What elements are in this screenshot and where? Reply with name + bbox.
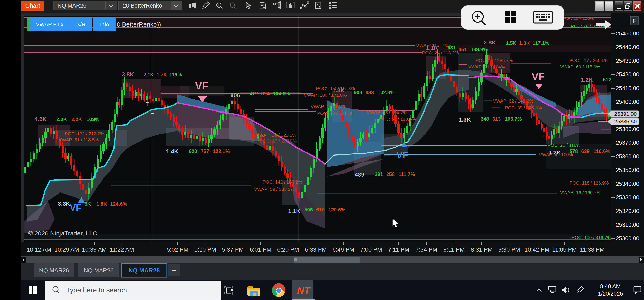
svg-text:5:02 PM: 5:02 PM: [167, 246, 188, 253]
svg-text:3.3K: 3.3K: [58, 200, 70, 207]
svg-text:25391.00: 25391.00: [614, 111, 637, 117]
svg-text:POC: 40 / 124.1%: POC: 40 / 124.1%: [317, 111, 354, 116]
svg-text:VWAP: 32 / 141.2%: VWAP: 32 / 141.2%: [493, 98, 534, 104]
svg-text:451: 451: [458, 47, 467, 52]
svg-text:3.8K: 3.8K: [122, 71, 134, 78]
svg-text:POC: 21 / 110%: POC: 21 / 110%: [548, 143, 580, 148]
svg-text:1.3K: 1.3K: [458, 116, 471, 123]
svg-text:NT: NT: [297, 285, 311, 296]
svg-text:104.6%: 104.6%: [273, 91, 290, 96]
svg-text:110.6%: 110.6%: [594, 148, 610, 154]
svg-text:806: 806: [230, 92, 240, 99]
svg-text:POC: 57 / 286.7%: POC: 57 / 286.7%: [476, 58, 512, 63]
svg-text:S/R: S/R: [76, 21, 85, 28]
svg-text:933: 933: [366, 90, 374, 95]
svg-text:10:39 AM: 10:39 AM: [82, 246, 106, 253]
svg-text:POC: 39 / 145.3%: POC: 39 / 145.3%: [505, 105, 542, 110]
svg-text:1.8K: 1.8K: [96, 201, 107, 207]
svg-text:VWAP: 106 / 171.8%: VWAP: 106 / 171.8%: [304, 93, 347, 98]
svg-text:620: 620: [189, 148, 197, 154]
svg-text:POC: 100 / 316.7%: POC: 100 / 316.7%: [572, 235, 611, 240]
svg-text:25360.00: 25360.00: [616, 153, 640, 160]
svg-text:103%: 103%: [86, 117, 99, 122]
svg-text:6:33 PM: 6:33 PM: [305, 246, 327, 253]
svg-text:122.1%: 122.1%: [213, 148, 230, 154]
svg-text:POC: 142 / 180.2%: POC: 142 / 180.2%: [263, 179, 302, 185]
svg-text:VWAP: 48 / 166.7%: VWAP: 48 / 166.7%: [367, 110, 407, 115]
svg-text:1/20/2026: 1/20/2026: [598, 290, 623, 297]
svg-text:1.4K: 1.4K: [166, 148, 178, 155]
svg-text:NQ MAR26: NQ MAR26: [58, 3, 86, 9]
svg-text:© 2026 NinjaTrader, LLC: © 2026 NinjaTrader, LLC: [28, 230, 97, 237]
svg-text:POC: 117 / 265.6%: POC: 117 / 265.6%: [569, 58, 608, 63]
svg-text:613: 613: [492, 116, 501, 122]
svg-text:11:22 AM: 11:22 AM: [110, 246, 134, 253]
svg-text:7:00 PM: 7:00 PM: [360, 246, 382, 253]
svg-text:2.2K: 2.2K: [71, 117, 82, 122]
svg-text:11:38 PM: 11:38 PM: [580, 246, 604, 253]
svg-text:10:12 AM: 10:12 AM: [27, 246, 51, 253]
svg-text:120.6%: 120.6%: [328, 207, 345, 212]
svg-text:VWAP Flux: VWAP Flux: [36, 21, 63, 28]
svg-text:2.8K: 2.8K: [484, 39, 496, 46]
svg-text:25300.00: 25300.00: [616, 235, 640, 241]
svg-text:231: 231: [375, 171, 383, 177]
svg-text:25380.00: 25380.00: [616, 126, 640, 132]
svg-text:139.9%: 139.9%: [471, 47, 488, 52]
svg-text:1.3K: 1.3K: [519, 40, 530, 46]
svg-text:25440.00: 25440.00: [616, 44, 640, 50]
svg-text:4.5K: 4.5K: [34, 116, 47, 122]
svg-text:489: 489: [355, 171, 364, 178]
svg-text:VWAP: 14 / 140%: VWAP: 14 / 140%: [311, 104, 347, 109]
svg-text:25410.00: 25410.00: [616, 85, 640, 91]
svg-text:1.1K: 1.1K: [288, 208, 300, 214]
svg-text:5K: 5K: [84, 201, 91, 207]
svg-text:25450.00: 25450.00: [616, 31, 640, 37]
svg-text:1.2K: 1.2K: [580, 77, 593, 83]
svg-text:105.7%: 105.7%: [505, 116, 522, 122]
svg-text:258: 258: [386, 171, 395, 177]
svg-text:POC: 54 / 190.5%: POC: 54 / 190.5%: [379, 117, 416, 122]
svg-text:VWAP: 11 / 120%: VWAP: 11 / 120%: [416, 43, 452, 48]
svg-text:25385.50: 25385.50: [614, 118, 637, 125]
svg-text:VWAP: 39 / 333.3%: VWAP: 39 / 333.3%: [254, 187, 294, 192]
svg-text:VF: VF: [396, 150, 408, 160]
svg-text:Chart: Chart: [26, 2, 40, 9]
svg-text:25420.00: 25420.00: [616, 71, 640, 78]
svg-text:1.7K: 1.7K: [156, 72, 167, 78]
svg-text:Type here to search: Type here to search: [66, 286, 127, 294]
svg-text:757: 757: [201, 148, 209, 154]
svg-text:6:01 PM: 6:01 PM: [250, 246, 272, 253]
svg-text:648: 648: [481, 116, 489, 122]
svg-text:9:30 PM: 9:30 PM: [498, 246, 520, 253]
svg-text:VWAP: 69 / 115.6%: VWAP: 69 / 115.6%: [560, 64, 600, 70]
svg-text:25310.00: 25310.00: [616, 222, 640, 228]
svg-text:908: 908: [354, 90, 362, 95]
svg-text:10:42 PM: 10:42 PM: [524, 246, 550, 253]
svg-text:2.1K: 2.1K: [143, 72, 154, 78]
svg-text:2.3K: 2.3K: [56, 117, 67, 122]
svg-text:506: 506: [304, 207, 313, 212]
svg-text:25320.00: 25320.00: [616, 208, 640, 214]
svg-text:POC: 24 / 118.2%: POC: 24 / 118.2%: [422, 50, 459, 56]
svg-text:11:05 PM: 11:05 PM: [552, 246, 577, 253]
svg-text:6:49 PM: 6:49 PM: [332, 246, 354, 253]
svg-text:VF: VF: [195, 80, 208, 92]
svg-text:POC: 118 / 126.9%: POC: 118 / 126.9%: [570, 180, 609, 186]
svg-text:POC: 172 / 212.7%: POC: 172 / 212.7%: [65, 131, 104, 136]
svg-text:10:29 AM: 10:29 AM: [54, 246, 79, 253]
svg-text:124.6%: 124.6%: [110, 201, 127, 207]
svg-text:394: 394: [261, 91, 270, 96]
svg-text:VWAP: 16 / 166.7%: VWAP: 16 / 166.7%: [560, 190, 600, 195]
svg-text:610: 610: [316, 207, 324, 212]
svg-text:VWAP: 81 / 118.5%: VWAP: 81 / 118.5%: [58, 137, 99, 142]
svg-text:VF: VF: [70, 202, 81, 213]
svg-text:8:11 PM: 8:11 PM: [443, 246, 464, 253]
svg-text:25340.00: 25340.00: [616, 181, 640, 187]
svg-text:7:11 PM: 7:11 PM: [388, 246, 409, 253]
svg-text:25350.00: 25350.00: [616, 167, 640, 173]
svg-text:+: +: [172, 265, 176, 275]
svg-text:VWAP: 29 / 123.1%: VWAP: 29 / 123.1%: [256, 133, 296, 138]
svg-text:5:10 PM: 5:10 PM: [194, 246, 216, 253]
svg-text:25370.00: 25370.00: [616, 140, 640, 146]
